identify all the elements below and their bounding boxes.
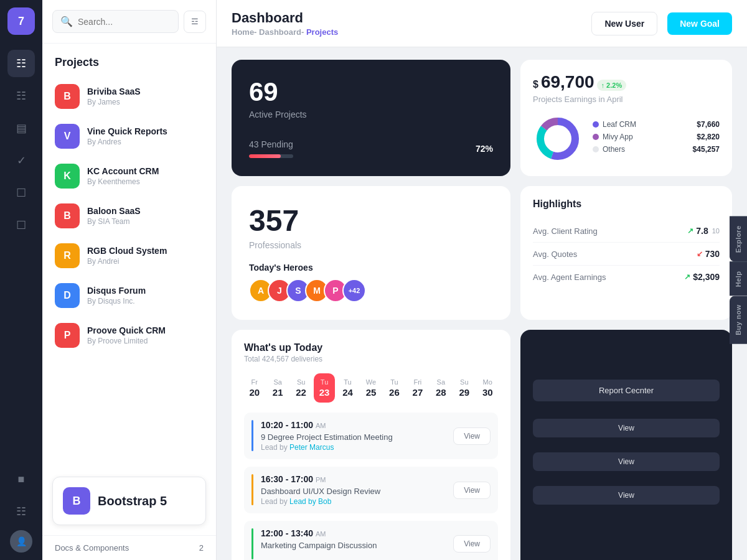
project-icon: R [55, 243, 80, 268]
legend-item: Others $45,257 [593, 145, 720, 154]
calendar-day[interactable]: Fr 20 [244, 373, 265, 403]
project-icon: B [55, 203, 80, 228]
cal-day-num: 24 [340, 387, 355, 398]
project-icon: K [55, 164, 80, 189]
calendar-day[interactable]: Tu 23 [314, 373, 334, 403]
search-box[interactable]: 🔍 [52, 10, 179, 33]
view-button-2[interactable]: View [533, 452, 720, 471]
filter-button[interactable]: ☲ [184, 11, 206, 33]
event-ampm: AM [316, 422, 326, 429]
calendar-day[interactable]: Fri 27 [407, 373, 428, 403]
project-item[interactable]: R RGB Cloud System By Andrei [42, 236, 216, 276]
legend-amount: $7,660 [697, 120, 720, 129]
cal-day-name: We [363, 378, 378, 386]
project-item[interactable]: V Vine Quick Reports By Andres [42, 116, 216, 156]
breadcrumb: Home- Dashboard- Projects [232, 27, 581, 37]
earnings-legend: Leaf CRM $7,660 Mivy App $2,820 Others $… [593, 120, 720, 157]
cal-day-name: Sa [270, 378, 285, 386]
event-border [251, 474, 253, 505]
nav-icon-check[interactable]: ✓ [7, 147, 35, 174]
docs-label: Docs & Components [55, 543, 129, 553]
bootstrap-card[interactable]: B Bootstrap 5 [52, 477, 206, 525]
calendar-day[interactable]: We 25 [360, 373, 381, 403]
nav-icon-dashboard[interactable]: ☷ [7, 50, 35, 77]
event-details: 16:30 - 17:00 PM Dashboard UI/UX Design … [261, 474, 446, 506]
legend-amount: $45,257 [693, 145, 720, 154]
highlight-value: ↗$2,309 [684, 272, 720, 282]
project-info: RGB Cloud System By Andrei [87, 246, 204, 266]
search-input[interactable] [78, 17, 171, 27]
legend-name: Leaf CRM [603, 120, 636, 129]
event-border [251, 528, 253, 559]
highlight-label: Avg. Agent Earnings [533, 273, 606, 282]
project-info: Vine Quick Reports By Andres [87, 126, 204, 146]
page-title: Dashboard [232, 10, 581, 26]
project-info: Baloon SaaS By SIA Team [87, 206, 204, 226]
event-ampm: AM [316, 530, 326, 538]
project-name: Proove Quick CRM [87, 325, 204, 335]
project-item[interactable]: P Proove Quick CRM By Proove Limited [42, 315, 216, 355]
calendar-day[interactable]: Tu 24 [337, 373, 358, 403]
calendar-day[interactable]: Sa 28 [431, 373, 451, 403]
new-goal-button[interactable]: New Goal [667, 12, 732, 35]
nav-icon-apps[interactable]: ☷ [7, 498, 35, 525]
new-user-button[interactable]: New User [591, 12, 657, 35]
calendar-day[interactable]: Tu 26 [384, 373, 405, 403]
project-name: Vine Quick Reports [87, 126, 204, 136]
calendar-day[interactable]: Su 22 [291, 373, 311, 403]
calendar-row: Fr 20 Sa 21 Su 22 Tu 23 Tu 24 We 25 Tu 2… [244, 373, 498, 403]
legend-dot [593, 134, 599, 140]
main-content: Dashboard Home- Dashboard- Projects New … [217, 0, 747, 560]
todays-heroes: Today's Heroes AJSMP+42 [249, 263, 493, 302]
event-view-button[interactable]: View [453, 427, 491, 445]
nav-icon-tag[interactable]: ■ [7, 465, 35, 493]
highlight-label: Avg. Client Rating [533, 226, 598, 236]
docs-row[interactable]: Docs & Components 2 [42, 535, 216, 560]
sidebar: 🔍 ☲ Projects B Briviba SaaS By James V V… [42, 0, 217, 560]
cal-day-num: 29 [456, 387, 472, 398]
cal-day-num: 30 [480, 387, 496, 398]
view-button-1[interactable]: View [533, 419, 720, 437]
breadcrumb-dashboard: Dashboard- [259, 27, 304, 37]
donut-chart [533, 114, 583, 164]
pending-count: 43 Pending [249, 139, 293, 149]
calendar-day[interactable]: Su 29 [454, 373, 474, 403]
cal-day-num: 22 [293, 387, 309, 398]
event-lead-link[interactable]: Lead by Bob [289, 497, 331, 506]
nav-user-number[interactable]: 7 [7, 7, 35, 35]
event-details: 12:00 - 13:40 AM Marketing Campaign Disc… [261, 528, 446, 550]
whats-up-title: What's up Today [244, 342, 498, 353]
project-name: Disqus Forum [87, 286, 204, 296]
project-by: By Andres [87, 138, 204, 146]
nav-icon-layers[interactable]: ☐ [7, 179, 35, 207]
cal-day-num: 26 [387, 387, 402, 398]
calendar-day[interactable]: Mo 30 [477, 373, 498, 403]
event-lead: Lead by Peter Marcus [261, 443, 446, 452]
nav-icon-chart[interactable]: ▤ [7, 114, 35, 142]
event-view-button[interactable]: View [453, 482, 491, 499]
nav-user-avatar[interactable]: 👤 [10, 530, 32, 553]
report-center-button[interactable]: Report Cecnter [533, 380, 720, 401]
event-item: 10:20 - 11:00 AM 9 Degree Project Estima… [244, 413, 498, 459]
side-tab[interactable]: Explore [730, 216, 747, 261]
calendar-day[interactable]: Sa 21 [267, 373, 288, 403]
highlight-label: Avg. Quotes [533, 250, 577, 259]
project-item[interactable]: B Briviba SaaS By James [42, 77, 216, 116]
cal-day-name: Tu [340, 378, 355, 386]
event-lead-link[interactable]: Peter Marcus [289, 443, 334, 452]
cal-day-name: Sa [433, 378, 449, 386]
project-by: By SIA Team [87, 217, 204, 226]
event-view-button[interactable]: View [453, 535, 491, 553]
project-item[interactable]: D Disqus Forum By Disqus Inc. [42, 276, 216, 315]
project-item[interactable]: B Baloon SaaS By SIA Team [42, 196, 216, 236]
cal-day-name: Mo [480, 378, 496, 386]
project-item[interactable]: K KC Account CRM By Keenthemes [42, 156, 216, 196]
nav-icon-grid[interactable]: ☷ [7, 82, 35, 110]
side-tab[interactable]: Buy now [730, 296, 747, 343]
side-tab[interactable]: Help [730, 261, 747, 296]
event-time: 12:00 - 13:40 AM [261, 528, 446, 538]
earnings-subtitle: Projects Earnings in April [533, 95, 720, 104]
nav-icon-briefcase[interactable]: ☐ [7, 212, 35, 239]
view-button-3[interactable]: View [533, 486, 720, 505]
project-icon: V [55, 124, 80, 149]
